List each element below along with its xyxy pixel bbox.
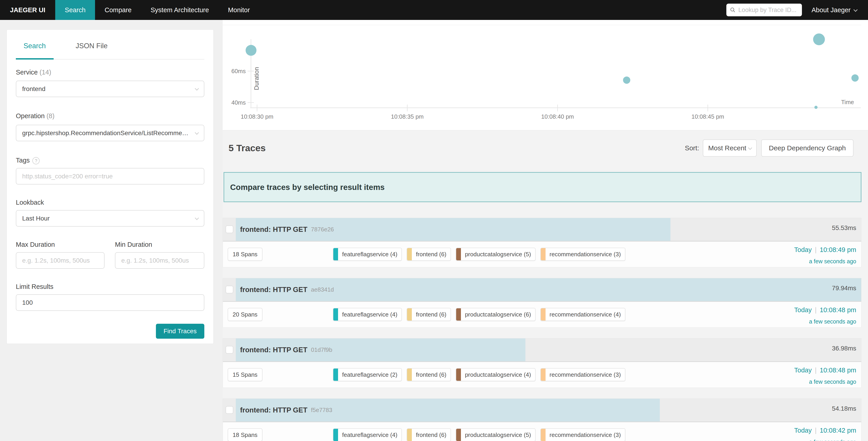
limit-results-field [16,294,204,311]
trace-card-header[interactable]: frontend: HTTP GET f5e7783 54.18ms [223,399,861,421]
service-badge[interactable]: frontend (6) [407,248,451,261]
trace-select-checkbox[interactable] [226,286,233,293]
trace-card-header[interactable]: frontend: HTTP GET 7876e26 55.53ms [223,218,861,241]
max-duration-input[interactable] [22,257,98,264]
x-tick-label: 10:08:30 pm [241,113,274,120]
trace-heading: frontend: HTTP GET 7876e26 [240,218,334,241]
trace-date: Today [794,306,812,314]
trace-time: 10:08:49 pm [820,246,856,254]
service-badge[interactable]: recommendationservice (3) [540,428,625,441]
service-badge[interactable]: productcatalogservice (4) [456,368,536,381]
service-badge-label: productcatalogservice (4) [461,369,535,381]
trace-select-checkbox[interactable] [226,406,233,414]
trace-select-checkbox[interactable] [226,346,233,354]
service-color-stripe [407,369,412,381]
trace-duration-value: 54.18ms [832,405,856,412]
x-tick-label: 10:08:45 pm [691,113,724,120]
about-jaeger-menu[interactable]: About Jaeger [811,6,857,14]
trace-time: 10:08:42 pm [820,427,856,434]
trace-card-header[interactable]: frontend: HTTP GET ae8341d 79.94ms [223,278,861,301]
lookback-select[interactable]: Last Hour [16,210,204,227]
trace-heading: frontend: HTTP GET ae8341d [240,278,334,301]
trace-card-body: 18 Spans featureflagservice (4)frontend … [223,421,861,441]
service-count: (14) [40,68,51,76]
span-count-badge[interactable]: 20 Spans [228,308,262,321]
tags-input[interactable] [22,173,198,180]
scatter-point[interactable] [851,74,859,82]
min-duration-input[interactable] [121,257,198,264]
service-badge[interactable]: productcatalogservice (6) [456,308,536,321]
trace-time: 10:08:48 pm [820,306,856,314]
tab-search[interactable]: Search [24,42,46,50]
service-color-stripe [407,429,412,441]
tags-label: Tags? [16,157,40,164]
x-axis-label: Time [841,99,854,106]
service-badge-row: featureflagservice (4)frontend (6)produc… [333,428,625,441]
scatter-point[interactable] [814,106,817,109]
service-badge[interactable]: featureflagservice (4) [333,428,402,441]
service-badge[interactable]: frontend (6) [407,308,451,321]
trace-card-body: 20 Spans featureflagservice (4)frontend … [223,301,861,327]
find-traces-button[interactable]: Find Traces [156,324,204,339]
x-tick-label: 10:08:40 pm [541,113,574,120]
service-badge[interactable]: recommendationservice (3) [540,368,625,381]
tab-json-file[interactable]: JSON File [75,42,107,50]
service-color-stripe [407,248,412,260]
service-badge[interactable]: featureflagservice (4) [333,248,402,261]
app-brand: JAEGER UI [0,6,55,14]
service-select[interactable]: frontend [16,81,204,97]
service-badge-row: featureflagservice (4)frontend (6)produc… [333,248,625,261]
trace-card-body: 15 Spans featureflagservice (2)frontend … [223,361,861,387]
trace-card-header[interactable]: frontend: HTTP GET 01d7f9b 36.98ms [223,339,861,361]
span-count-badge[interactable]: 18 Spans [228,428,262,441]
timestamp-separator: | [815,427,817,434]
service-badge-label: recommendationservice (3) [546,369,625,381]
trace-timestamp: Today | 10:08:48 pm [794,366,856,374]
nav-item-search[interactable]: Search [55,0,95,20]
help-icon[interactable]: ? [32,157,40,164]
service-color-stripe [333,308,338,321]
max-duration-field [16,252,104,269]
trace-lookup-input[interactable] [738,6,798,13]
service-badge[interactable]: featureflagservice (4) [333,308,402,321]
service-badge[interactable]: recommendationservice (4) [540,308,625,321]
trace-select-checkbox[interactable] [226,226,233,233]
scatter-point[interactable] [813,33,825,45]
trace-id: 01d7f9b [311,346,332,353]
trace-title: frontend: HTTP GET [240,286,307,294]
trace-timestamp-block: Today | 10:08:42 pm a few seconds ago [794,427,856,441]
service-badge[interactable]: productcatalogservice (5) [456,248,536,261]
span-count-badge[interactable]: 18 Spans [228,248,262,261]
service-badge[interactable]: frontend (6) [407,428,451,441]
nav-item-system-architecture[interactable]: System Architecture [141,0,219,20]
about-jaeger-label: About Jaeger [811,6,850,14]
operation-select[interactable]: grpc.hipstershop.RecommendationService/L… [16,125,204,141]
nav-item-monitor[interactable]: Monitor [218,0,259,20]
service-color-stripe [407,308,412,321]
limit-results-input[interactable] [22,299,198,306]
service-color-stripe [541,248,546,260]
trace-card-body: 18 Spans featureflagservice (4)frontend … [223,241,861,267]
sidebar-tabs: Search JSON File [16,42,204,50]
trace-result-card[interactable]: frontend: HTTP GET f5e7783 54.18ms 18 Sp… [223,399,862,441]
results-section: 5 Traces Sort: Most Recent Deep Dependen… [223,130,868,441]
trace-result-card[interactable]: frontend: HTTP GET ae8341d 79.94ms 20 Sp… [223,278,862,328]
nav-item-compare[interactable]: Compare [95,0,141,20]
trace-result-card[interactable]: frontend: HTTP GET 7876e26 55.53ms 18 Sp… [223,218,862,267]
service-badge-label: productcatalogservice (5) [461,429,535,441]
timestamp-separator: | [815,306,817,314]
scatter-point[interactable] [623,77,630,84]
service-badge-label: productcatalogservice (6) [461,308,535,321]
service-badge[interactable]: recommendationservice (3) [540,248,625,261]
trace-result-card[interactable]: frontend: HTTP GET 01d7f9b 36.98ms 15 Sp… [223,338,862,388]
trace-result-list: frontend: HTTP GET 7876e26 55.53ms 18 Sp… [223,130,862,441]
service-badge[interactable]: frontend (6) [407,368,451,381]
service-badge[interactable]: featureflagservice (2) [333,368,402,381]
service-select-value: frontend [22,85,52,93]
trace-relative-age: a few seconds ago [794,258,856,265]
span-count-badge[interactable]: 15 Spans [228,368,262,381]
search-form-card: Search JSON File Service (14) frontend O… [6,29,214,344]
service-badge-label: featureflagservice (4) [338,248,401,260]
service-color-stripe [541,369,546,381]
service-badge[interactable]: productcatalogservice (5) [456,428,536,441]
